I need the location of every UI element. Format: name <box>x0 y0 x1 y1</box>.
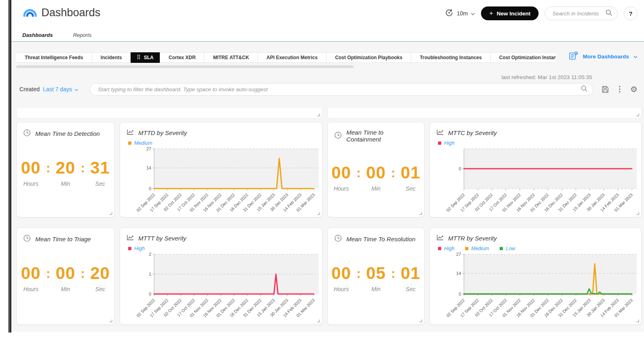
dashboard-tab-cost-optimization-instances[interactable]: Cost Optimization Instances <box>490 52 556 63</box>
minutes-value: 20 <box>56 158 75 178</box>
svg-text:0: 0 <box>149 186 151 191</box>
dashboard-filter <box>90 83 593 96</box>
line-chart-icon <box>127 234 134 242</box>
cortex-logo-icon <box>22 6 38 23</box>
seconds-value: 01 <box>401 163 421 182</box>
resize-handle[interactable] <box>419 212 422 215</box>
resize-handle[interactable] <box>636 212 639 215</box>
hours-value: 00 <box>21 158 41 178</box>
hours-value: 00 <box>331 163 351 182</box>
kebab-menu-button[interactable] <box>619 86 620 93</box>
widget-mean-time-to-resolution: Mean Time To Resolution 00Hours : 05Min … <box>327 227 425 325</box>
hours-value: 00 <box>331 264 351 283</box>
svg-text:0: 0 <box>459 166 461 171</box>
resize-handle[interactable] <box>109 212 112 215</box>
legend-item-high[interactable]: High <box>438 140 455 146</box>
save-dashboard-button[interactable] <box>601 86 609 93</box>
resize-handle[interactable] <box>419 320 422 322</box>
seconds-value: 01 <box>401 264 421 283</box>
legend-item-low[interactable]: Low <box>500 246 515 251</box>
resize-handle[interactable] <box>317 320 320 322</box>
mttd-chart: 2714002 Sep 202217 Sep 202202 Oct 202217… <box>122 146 321 215</box>
line-chart-icon <box>436 129 444 137</box>
line-chart-icon <box>127 129 134 137</box>
widget-title: Mean Time To Resolution <box>346 236 415 242</box>
dashboard-tab-threat-intelligence-feeds[interactable]: Threat Intelligence Feeds <box>16 52 92 63</box>
svg-text:14: 14 <box>146 165 151 170</box>
legend-swatch <box>128 142 131 145</box>
chevron-down-icon <box>633 54 638 60</box>
dashboard-filter-input[interactable] <box>97 86 581 93</box>
widget-title: MTTD by Severity <box>138 129 187 136</box>
new-dashboard-icon[interactable] <box>569 51 578 61</box>
legend-item-medium[interactable]: Medium <box>128 140 152 146</box>
widget-title: Mean Time to Detection <box>35 130 100 137</box>
clock-icon <box>334 131 342 140</box>
dashboard-tab-cortex-xdr[interactable]: Cortex XDR <box>160 52 205 63</box>
resize-handle[interactable] <box>109 320 112 322</box>
resize-handle[interactable] <box>317 212 320 215</box>
resize-handle[interactable] <box>636 114 639 116</box>
svg-text:2: 2 <box>149 252 151 257</box>
resize-handle[interactable] <box>317 114 320 116</box>
page-title: Dashboards <box>41 6 101 19</box>
refresh-interval-control[interactable]: 10m <box>445 9 475 18</box>
svg-text:27: 27 <box>456 252 461 257</box>
more-dashboards-control[interactable]: More Dashboards <box>569 51 638 61</box>
widget-mean-time-to-detection: Mean Time to Detection 00Hours : 20Min :… <box>16 122 115 217</box>
widget-mttr-by-severity: MTTR by Severity High Medium Low 2714002… <box>429 227 642 325</box>
seconds-value: 20 <box>90 264 110 283</box>
legend-swatch <box>128 247 131 250</box>
widget-mttt-by-severity: MTTT by Severity High 21002 Sep 202217 S… <box>120 227 322 325</box>
svg-text:0: 0 <box>149 292 151 296</box>
new-incident-button[interactable]: + New Incident <box>481 6 539 20</box>
chevron-down-icon <box>75 86 78 92</box>
legend-item-high[interactable]: High <box>438 246 455 251</box>
seconds-value: 31 <box>90 158 110 178</box>
filter-row: Created Last 7 days <box>19 83 638 96</box>
dashboard-tab-strip: Threat Intelligence Feeds Incidents SLA … <box>16 52 556 63</box>
widget-mean-time-to-containment: Mean Time to Containment 00Hours : 00Min… <box>327 122 425 217</box>
tab-strip-scrollbar[interactable] <box>16 65 354 68</box>
widget-mttd-by-severity: MTTD by Severity Medium 2714002 Sep 2022… <box>120 122 322 217</box>
widget-mttc-by-severity: MTTC by Severity High 002 Sep 202217 Sep… <box>429 122 642 217</box>
search-icon[interactable] <box>605 9 612 18</box>
minutes-value: 00 <box>366 163 386 182</box>
help-button[interactable]: ? <box>624 6 638 20</box>
search-input[interactable] <box>552 10 605 17</box>
widget-title: Mean Time to Triage <box>35 236 91 242</box>
legend-item-high[interactable]: High <box>128 246 145 251</box>
widget-title: MTTR by Severity <box>448 235 497 242</box>
search-icon[interactable] <box>581 85 588 94</box>
svg-text:0: 0 <box>459 292 461 296</box>
settings-gear-button[interactable]: ⚙ <box>630 85 638 93</box>
svg-text:27: 27 <box>146 146 151 151</box>
dashboard-tab-api-execution-metrics[interactable]: API Execution Metrics <box>258 52 326 63</box>
widget-partial-right <box>327 108 642 119</box>
svg-text:1: 1 <box>149 272 151 277</box>
dashboard-tab-mitre-attck[interactable]: MITRE ATT&CK <box>204 52 258 63</box>
minutes-value: 00 <box>56 264 75 283</box>
dashboard-tab-cost-optimization-playbooks[interactable]: Cost Optimization Playbooks <box>326 52 411 63</box>
dashboard-tab-troubleshooting-instances[interactable]: Troubleshooting Instances <box>411 52 491 63</box>
header: Dashboards 10m + New Incident <box>11 0 644 28</box>
widget-partial-left <box>16 108 322 119</box>
incident-search <box>545 6 618 20</box>
resize-handle[interactable] <box>636 320 639 322</box>
dashboard-tab-sla[interactable]: SLA <box>131 52 160 63</box>
clock-icon <box>23 234 31 243</box>
widget-title: MTTT by Severity <box>138 235 186 242</box>
mttc-chart: 002 Sep 202217 Sep 202202 Oct 202217 Oct… <box>431 146 639 215</box>
created-range-selector[interactable]: Last 7 days <box>43 86 79 92</box>
dashboard-tab-incidents[interactable]: Incidents <box>92 52 131 63</box>
widget-title: MTTC by Severity <box>448 129 497 136</box>
drag-handle-icon <box>137 54 140 61</box>
legend-swatch <box>438 247 441 250</box>
legend-swatch <box>465 247 468 250</box>
minutes-value: 05 <box>366 264 386 283</box>
created-label: Created <box>19 86 40 92</box>
last-refreshed-text: last refreshed: Mar 1st 2023 11:05:35 <box>502 74 592 80</box>
clock-icon <box>334 234 342 243</box>
collapsed-sidebar[interactable] <box>8 0 11 333</box>
legend-item-medium[interactable]: Medium <box>465 246 489 251</box>
